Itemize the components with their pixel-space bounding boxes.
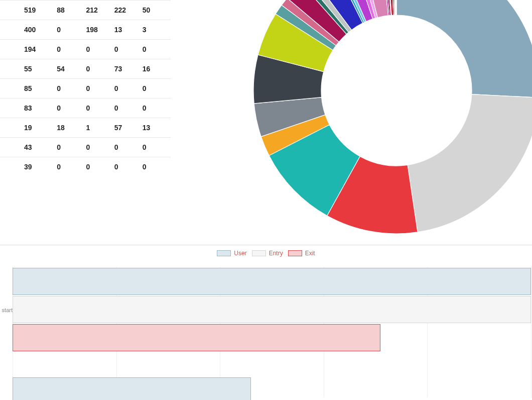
bar-exit	[13, 324, 380, 351]
table-cell: 55	[0, 59, 57, 79]
table-cell: 0	[114, 98, 143, 118]
table-cell: 16	[143, 59, 171, 79]
table-cell: 0	[143, 79, 171, 98]
table-cell: 88	[57, 1, 86, 20]
table-cell: 0	[86, 40, 114, 59]
table-cell: 0	[57, 157, 86, 177]
legend-item[interactable]: Exit	[288, 250, 315, 257]
table-cell: 0	[86, 138, 114, 157]
table-cell: 400	[0, 20, 57, 40]
table-cell: 0	[143, 40, 171, 59]
table-row: 191815713	[0, 118, 171, 138]
table-cell: 13	[114, 20, 143, 40]
table-cell: 13	[143, 118, 171, 138]
table-cell: 73	[114, 59, 143, 79]
legend-item[interactable]: User	[217, 250, 246, 257]
table-cell: 83	[0, 98, 57, 118]
donut-chart	[251, 0, 532, 236]
table-cell: 0	[114, 157, 143, 177]
table-cell: 0	[143, 138, 171, 157]
table-cell: 18	[57, 118, 86, 138]
table-cell: 0	[114, 79, 143, 98]
table-cell: 43	[0, 138, 57, 157]
table-cell: 212	[86, 1, 114, 20]
table-cell: 0	[143, 98, 171, 118]
table-cell: 85	[0, 79, 57, 98]
table-cell: 39	[0, 157, 57, 177]
table-cell: 0	[86, 98, 114, 118]
chart-legend: UserEntryExit	[0, 246, 532, 260]
table-cell: 50	[143, 1, 171, 20]
stats-table: 5198821222250400019813319400005554073168…	[0, 0, 171, 176]
table-cell: 194	[0, 40, 57, 59]
table-cell: 0	[57, 40, 86, 59]
grid-line	[531, 267, 531, 397]
table-cell: 19	[0, 118, 57, 138]
bar-user	[13, 377, 251, 400]
table-cell: 0	[57, 98, 86, 118]
y-axis-label: start	[1, 307, 13, 313]
table-cell: 0	[57, 79, 86, 98]
table-row: 5198821222250	[0, 1, 171, 20]
table-row: 430000	[0, 138, 171, 157]
donut-slice	[408, 94, 532, 232]
legend-item[interactable]: Entry	[252, 250, 283, 257]
legend-swatch	[288, 250, 302, 256]
legend-swatch	[217, 250, 231, 256]
table-cell: 0	[114, 138, 143, 157]
table-row: 1940000	[0, 40, 171, 59]
table-cell: 0	[57, 20, 86, 40]
table-cell: 57	[114, 118, 143, 138]
legend-label: Exit	[305, 250, 315, 257]
table-cell: 3	[143, 20, 171, 40]
donut-slice	[396, 0, 396, 15]
table-cell: 1	[86, 118, 114, 138]
table-cell: 222	[114, 1, 143, 20]
table-cell: 198	[86, 20, 114, 40]
donut-slice	[396, 0, 532, 97]
table-row: 830000	[0, 98, 171, 118]
table-row: 4000198133	[0, 20, 171, 40]
table-cell: 0	[86, 79, 114, 98]
bar-user	[13, 268, 531, 295]
table-cell: 519	[0, 1, 57, 20]
legend-label: Entry	[269, 250, 283, 257]
table-row: 390000	[0, 157, 171, 177]
table-cell: 0	[86, 157, 114, 177]
table-row: 850000	[0, 79, 171, 98]
table-cell: 0	[143, 157, 171, 177]
legend-label: User	[234, 250, 246, 257]
bar-entry	[13, 296, 531, 323]
table-cell: 0	[86, 59, 114, 79]
table-cell: 54	[57, 59, 86, 79]
table-cell: 0	[57, 138, 86, 157]
table-row: 555407316	[0, 59, 171, 79]
horizontal-bar-chart: UserEntryExit start	[0, 244, 532, 400]
legend-swatch	[252, 250, 266, 256]
table-cell: 0	[114, 40, 143, 59]
